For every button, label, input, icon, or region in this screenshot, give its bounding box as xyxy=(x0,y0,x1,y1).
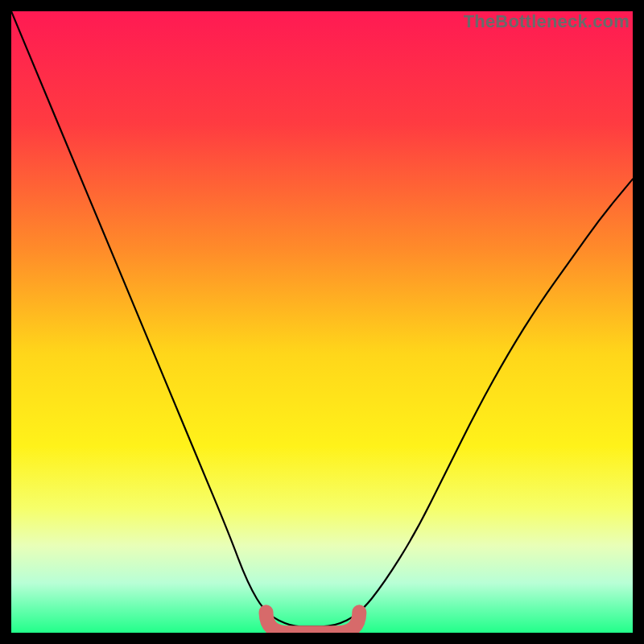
watermark-text: TheBottleneck.com xyxy=(464,11,630,32)
curve-layer xyxy=(11,11,633,633)
bottleneck-curve xyxy=(11,11,633,626)
optimal-flat-region xyxy=(266,612,360,633)
chart-frame: TheBottleneck.com xyxy=(0,0,644,644)
plot-area xyxy=(11,11,633,633)
